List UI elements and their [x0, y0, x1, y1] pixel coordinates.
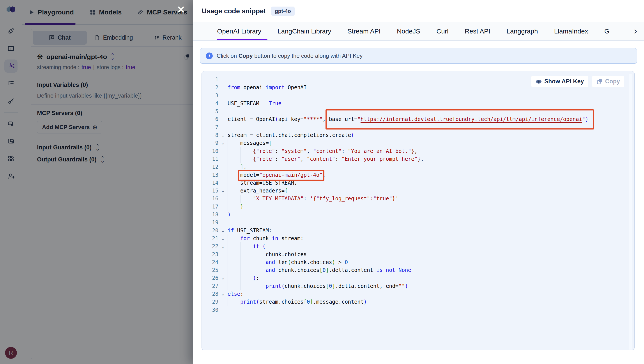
line-number: 6	[208, 115, 219, 123]
line-number: 1	[208, 76, 219, 84]
indent-guide	[240, 195, 253, 202]
line-number: 3	[208, 92, 219, 100]
code-tab-stream-api[interactable]: Stream API	[347, 22, 381, 40]
code-line: 10{"role": "system", "content": "You are…	[208, 147, 634, 155]
fold-gutter	[219, 84, 228, 92]
line-number: 9	[208, 139, 219, 147]
indent-guide	[240, 250, 253, 258]
code-text: chunk.choices	[228, 250, 634, 258]
code-line: 22⌄if (	[208, 242, 634, 250]
code-line: 30	[208, 306, 634, 314]
code-text: }	[228, 203, 634, 211]
copy-label: Copy	[605, 78, 620, 85]
code-tab-nodejs[interactable]: NodeJS	[397, 22, 420, 40]
modal-overlay[interactable]	[0, 0, 193, 364]
indent-guide	[240, 282, 253, 290]
line-number: 30	[208, 306, 219, 314]
fold-chevron-icon[interactable]: ⌄	[219, 274, 228, 282]
line-number: 27	[208, 282, 219, 290]
code-line: 15⌄extra_headers={	[208, 187, 634, 195]
indent-guide	[228, 266, 240, 274]
annotated-code-span: base_url="https://internal.devtest.truef…	[329, 116, 588, 122]
code-text: {"role": "user", "content": "Enter your …	[228, 155, 634, 163]
code-tab-langchain-library[interactable]: LangChain Library	[278, 22, 331, 40]
fold-gutter	[219, 115, 228, 123]
code-text	[228, 108, 634, 115]
indent-guide	[228, 163, 240, 171]
tabs-scroll-right-icon[interactable]: ›	[634, 27, 637, 36]
line-number: 28	[208, 290, 219, 298]
indent-guide	[253, 250, 266, 258]
code-line: 11{"role": "user", "content": "Enter you…	[208, 155, 634, 163]
copy-code-button[interactable]: Copy	[592, 76, 624, 87]
code-line: 23chunk.choices	[208, 250, 634, 258]
fold-gutter	[219, 76, 228, 84]
code-text	[228, 92, 634, 100]
indent-guide	[228, 179, 240, 187]
indent-guide	[228, 282, 240, 290]
code-line: 5	[208, 108, 634, 115]
code-line: 28⌄else:	[208, 290, 634, 298]
code-text: {"role": "system", "content": "You are a…	[228, 147, 634, 155]
code-text: "X-TFY-METADATA": '{"tfy_log_request":"t…	[228, 195, 634, 202]
code-tab-g[interactable]: G	[604, 22, 609, 40]
code-text: )	[228, 211, 634, 218]
fold-chevron-icon[interactable]: ⌄	[219, 290, 228, 298]
line-number: 18	[208, 211, 219, 218]
indent-guide	[228, 147, 240, 155]
fold-gutter	[219, 266, 228, 274]
code-editor[interactable]: 12from openai import OpenAI34USE_STREAM …	[202, 71, 634, 314]
line-number: 14	[208, 179, 219, 187]
fold-gutter	[219, 179, 228, 187]
fold-chevron-icon[interactable]: ⌄	[219, 187, 228, 195]
code-tab-llamaindex[interactable]: LlamaIndex	[554, 22, 588, 40]
code-block: Show API Key Copy 12from openai import O…	[201, 71, 634, 350]
code-line: 21⌄for chunk in stream:	[208, 234, 634, 242]
copy-icon	[596, 78, 603, 85]
line-number: 15	[208, 187, 219, 195]
drawer-title: Usage code snippet	[202, 7, 266, 15]
fold-gutter	[219, 155, 228, 163]
code-line: 12],	[208, 163, 634, 171]
fold-chevron-icon[interactable]: ⌄	[219, 234, 228, 242]
code-tab-openai-library[interactable]: OpenAI Library	[217, 22, 261, 40]
info-banner-text: Click on Copy button to copy the code al…	[217, 52, 362, 59]
indent-guide	[228, 155, 240, 163]
fold-gutter	[219, 108, 228, 115]
code-scrollbar[interactable]	[629, 74, 632, 350]
indent-guide	[228, 258, 240, 266]
indent-guide	[253, 266, 266, 274]
code-line: 26⌄):	[208, 274, 634, 282]
code-tab-curl[interactable]: Curl	[436, 22, 448, 40]
indent-guide	[228, 298, 240, 306]
fold-gutter	[219, 147, 228, 155]
code-text: extra_headers={	[228, 187, 634, 195]
line-number: 8	[208, 131, 219, 139]
annotated-code-span: model="openai-main/gpt-4o"	[240, 172, 323, 178]
line-number: 25	[208, 266, 219, 274]
fold-gutter	[219, 163, 228, 171]
fold-gutter	[219, 92, 228, 100]
close-icon[interactable]: ✕	[176, 4, 185, 16]
fold-chevron-icon[interactable]: ⌄	[219, 139, 228, 147]
fold-gutter	[219, 306, 228, 314]
line-number: 29	[208, 298, 219, 306]
code-line: 17}	[208, 203, 634, 211]
fold-gutter	[219, 250, 228, 258]
code-tab-langgraph[interactable]: Langgraph	[506, 22, 538, 40]
code-line: 20⌄if USE_STREAM:	[208, 226, 634, 234]
line-number: 22	[208, 242, 219, 250]
fold-chevron-icon[interactable]: ⌄	[219, 226, 228, 234]
line-number: 13	[208, 171, 219, 179]
indent-guide	[228, 139, 240, 147]
code-line: 18)	[208, 211, 634, 218]
show-api-key-button[interactable]: Show API Key	[531, 76, 588, 87]
code-line: 14stream=USE_STREAM,	[208, 179, 634, 187]
fold-gutter	[219, 203, 228, 211]
code-tab-rest-api[interactable]: Rest API	[465, 22, 490, 40]
code-text: ):	[228, 274, 634, 282]
indent-guide	[240, 266, 253, 274]
line-number: 24	[208, 258, 219, 266]
fold-chevron-icon[interactable]: ⌄	[219, 131, 228, 139]
fold-chevron-icon[interactable]: ⌄	[219, 242, 228, 250]
